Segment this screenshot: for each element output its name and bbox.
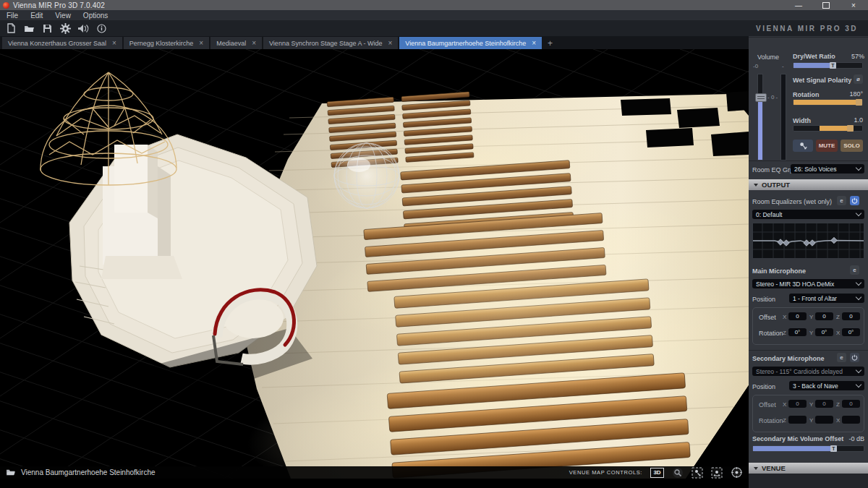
output-section-header[interactable]: OUTPUT xyxy=(749,179,868,190)
tab-venue-4[interactable]: Vienna Synchron Stage Stage A - Wide × xyxy=(263,37,398,49)
secondary-offset-y-field[interactable]: 0 xyxy=(815,400,833,408)
axis-label: X xyxy=(836,330,840,336)
secondary-rotation-x-field[interactable] xyxy=(842,416,860,424)
secondary-volume-handle[interactable]: T xyxy=(830,445,837,452)
chevron-down-icon xyxy=(856,294,861,300)
secondary-rotation-y-field[interactable] xyxy=(815,416,833,424)
width-slider-handle[interactable] xyxy=(847,125,854,132)
info-icon[interactable] xyxy=(95,22,107,34)
frame-selection-icon[interactable] xyxy=(692,467,703,479)
add-tab-button[interactable]: + xyxy=(543,37,557,49)
main-microphone-sphere[interactable] xyxy=(334,143,399,208)
secondary-offset-z-field[interactable]: 0 xyxy=(842,400,860,408)
tab-close-icon[interactable]: × xyxy=(388,39,392,47)
status-bar: Vienna Baumgartnerhoehe Steinhofkirche V… xyxy=(0,466,749,479)
eq-curve-graph[interactable] xyxy=(752,223,864,259)
eq-edit-button[interactable]: e xyxy=(837,196,846,205)
open-folder-icon[interactable] xyxy=(23,22,35,34)
secondary-mic-power-button[interactable] xyxy=(850,353,859,362)
tab-close-icon[interactable]: × xyxy=(532,39,536,47)
app-icon xyxy=(3,2,9,9)
close-icon[interactable]: × xyxy=(848,1,859,9)
main-mic-position-dropdown[interactable]: 1 - Front of Altar xyxy=(789,294,864,303)
minimize-icon[interactable]: — xyxy=(793,1,804,9)
drywet-slider-handle[interactable]: T xyxy=(830,62,836,69)
secondary-offset-x-field[interactable]: 0 xyxy=(788,400,807,408)
volume-slider[interactable] xyxy=(757,74,763,160)
chevron-down-icon xyxy=(856,210,861,216)
chevron-down-icon xyxy=(856,165,861,171)
main-mic-edit-button[interactable]: e xyxy=(850,265,859,275)
tab-close-icon[interactable]: × xyxy=(112,39,116,47)
secondary-volume-slider[interactable]: T xyxy=(752,445,864,452)
volume-slider-handle[interactable] xyxy=(755,93,767,102)
secondary-mic-type-dropdown[interactable]: Stereo - 115° Cardioids delayed xyxy=(752,367,864,376)
mir-speaker-icon[interactable] xyxy=(77,22,89,34)
eq-power-button[interactable] xyxy=(850,196,859,205)
tab-venue-2[interactable]: Pernegg Klosterkirche × xyxy=(124,37,209,49)
secondary-mic-position-label: Position xyxy=(752,383,775,390)
new-file-icon[interactable] xyxy=(5,22,17,34)
polarity-invert-button[interactable]: ø xyxy=(854,74,863,84)
save-icon[interactable] xyxy=(41,22,53,34)
map-controls-label: VENUE MAP CONTROLS: xyxy=(569,469,642,476)
axis-label: Y xyxy=(809,314,813,320)
secondary-mic-position-dropdown[interactable]: 3 - Back of Nave xyxy=(789,381,864,390)
venue-section-body xyxy=(749,474,868,488)
main-rotation-x-field[interactable]: 0° xyxy=(842,328,860,336)
venue-3d-viewport[interactable] xyxy=(0,49,749,479)
frame-all-icon[interactable] xyxy=(711,467,723,479)
secondary-mic-edit-button[interactable]: e xyxy=(837,353,846,362)
menu-options[interactable]: Options xyxy=(83,12,108,20)
rotation-value: 180° xyxy=(841,90,863,98)
menu-view[interactable]: View xyxy=(55,12,71,20)
volume-label: Volume xyxy=(757,53,779,61)
volume-scale-left: -0 xyxy=(753,63,758,69)
main-offset-x-field[interactable]: 0 xyxy=(788,312,807,320)
window-title: Vienna MIR Pro 3D 7.0.402 xyxy=(13,1,105,9)
width-slider[interactable] xyxy=(793,125,863,132)
main-mic-rotation-label: Rotation xyxy=(759,330,783,337)
drywet-label: Dry/Wet Ratio xyxy=(793,53,835,60)
locate-target-icon[interactable] xyxy=(731,466,743,479)
wet-polarity-label: Wet Signal Polarity xyxy=(793,77,851,84)
menu-edit[interactable]: Edit xyxy=(30,12,43,20)
solo-button[interactable]: SOLO xyxy=(841,140,863,152)
settings-gear-icon[interactable] xyxy=(59,22,71,34)
venue-folder-icon[interactable] xyxy=(6,468,16,476)
main-rotation-z-field[interactable]: 0° xyxy=(788,328,807,336)
main-offset-z-field[interactable]: 0 xyxy=(842,312,860,320)
main-rotation-y-field[interactable]: 0° xyxy=(815,328,833,336)
drywet-slider[interactable]: T xyxy=(793,62,863,69)
drywet-value: 57% xyxy=(843,53,864,60)
mute-button[interactable]: MUTE xyxy=(816,140,838,152)
tab-close-icon[interactable]: × xyxy=(252,39,256,47)
secondary-mic-rotation-label: Rotation xyxy=(759,417,783,424)
venue-section-header[interactable]: VENUE xyxy=(749,463,868,474)
menu-file[interactable]: File xyxy=(7,12,18,20)
tab-bar: Vienna Konzerthaus Grosser Saal × Perneg… xyxy=(0,36,749,49)
main-offset-y-field[interactable]: 0 xyxy=(815,312,833,320)
tab-venue-5-active[interactable]: Vienna Baumgartnerhoehe Steinhofkirche × xyxy=(399,37,542,49)
main-mic-type-dropdown[interactable]: Stereo - MIR 3D HOA DeMix xyxy=(752,279,864,288)
room-eq-grp-label: Room EQ Grp. xyxy=(752,166,796,174)
volume-scale-right: - xyxy=(782,63,784,69)
tab-venue-3[interactable]: Mediaeval × xyxy=(210,37,262,49)
axis-label: Y xyxy=(809,330,813,336)
width-value: 1.0 xyxy=(843,116,863,124)
secondary-volume-value: -0 dB xyxy=(843,435,864,442)
orbit-view-icon[interactable] xyxy=(672,467,684,479)
collapse-triangle-icon xyxy=(754,184,758,187)
toolbar: VIENNA MIR PRO 3D xyxy=(0,20,868,36)
microphone-tool-button[interactable] xyxy=(793,140,813,152)
axis-label: Y xyxy=(809,401,813,408)
maximize-icon[interactable] xyxy=(820,1,832,9)
view-3d-button[interactable]: 3D xyxy=(650,468,664,478)
rotation-slider-handle[interactable] xyxy=(856,99,862,106)
eq-preset-dropdown[interactable]: 0: Default xyxy=(752,210,864,219)
tab-venue-1[interactable]: Vienna Konzerthaus Grosser Saal × xyxy=(2,37,122,49)
rotation-slider[interactable] xyxy=(793,99,863,106)
secondary-rotation-z-field[interactable] xyxy=(788,416,807,424)
room-eq-grp-dropdown[interactable]: 26: Solo Voices xyxy=(791,164,864,174)
tab-close-icon[interactable]: × xyxy=(199,39,203,47)
